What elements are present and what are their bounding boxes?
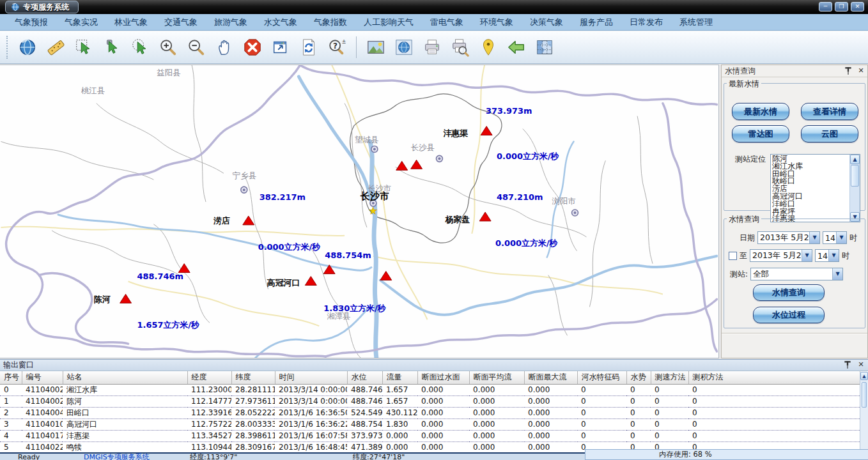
station-triangle-marker[interactable] xyxy=(305,277,316,286)
map-view[interactable]: 益阳县桃江县宁乡县望城县长沙县长沙市浏阳市湘潭县★涝店陈河高冠河口沣惠渠杨家盘长… xyxy=(0,65,719,358)
column-header[interactable]: 经度 xyxy=(187,371,231,384)
query-button[interactable]: 水情查询 xyxy=(753,284,825,301)
back-button[interactable] xyxy=(505,35,528,59)
table-row[interactable]: 241104004田峪口112.33916728.0522222013/1/6 … xyxy=(0,407,860,418)
image-button[interactable] xyxy=(364,35,387,59)
restore-button[interactable]: ❐ xyxy=(835,2,848,12)
station-triangle-marker[interactable] xyxy=(481,126,492,135)
station-list-scrollbar[interactable]: ▲ ▼ xyxy=(849,155,860,222)
menu-item[interactable]: 雷电气象 xyxy=(422,14,472,31)
column-header[interactable]: 纬度 xyxy=(231,371,275,384)
station-triangle-marker[interactable] xyxy=(411,160,422,169)
column-header[interactable]: 流量 xyxy=(382,371,417,384)
menu-bar: 气象预报气象实况林业气象交通气象旅游气象水文气象气象指数人工影响天气雷电气象环境… xyxy=(0,14,868,31)
output-scroll-up-icon[interactable]: ▲ xyxy=(860,372,868,380)
menu-item[interactable]: 气象指数 xyxy=(306,14,355,31)
menu-item[interactable]: 人工影响天气 xyxy=(355,14,422,31)
table-row[interactable]: 441104017沣惠渠113.34527828.3986112013/1/6 … xyxy=(0,430,860,441)
menu-item[interactable]: 林业气象 xyxy=(106,14,156,31)
column-header[interactable]: 序号 xyxy=(0,371,22,384)
menu-item[interactable]: 决策气象 xyxy=(522,14,571,31)
pin-icon[interactable] xyxy=(844,66,853,75)
select-arrow-button[interactable] xyxy=(100,35,123,59)
select-circle-button[interactable] xyxy=(128,35,151,59)
station-combo[interactable]: 全部 ▼ xyxy=(750,268,843,280)
print-preview-button[interactable] xyxy=(449,35,472,59)
column-header[interactable]: 水位 xyxy=(347,371,382,384)
column-header[interactable]: 测速方法 xyxy=(651,371,688,384)
station-triangle-marker[interactable] xyxy=(120,294,132,303)
date2-dropdown-icon[interactable]: ▼ xyxy=(802,250,812,261)
table-row[interactable]: 041104002湘江水库111.23000028.2811112013/3/1… xyxy=(0,384,860,395)
hour2-dropdown-icon[interactable]: ▼ xyxy=(828,250,839,261)
export-window-button[interactable] xyxy=(269,35,292,59)
pan-button[interactable] xyxy=(213,35,236,59)
menu-item[interactable]: 气象实况 xyxy=(56,14,106,31)
station-triangle-marker[interactable] xyxy=(380,272,392,280)
hour2-combo[interactable]: 14 ▼ xyxy=(815,249,839,262)
measure-button[interactable] xyxy=(44,35,67,59)
column-header[interactable]: 时间 xyxy=(275,371,347,384)
globe-image-button[interactable] xyxy=(392,35,415,59)
hour-combo[interactable]: 14 ▼ xyxy=(823,231,847,244)
column-header[interactable]: 河水特征码 xyxy=(577,371,626,384)
help-zoom-button[interactable]: ? ± xyxy=(325,35,348,59)
output-pin-icon[interactable] xyxy=(843,360,852,369)
print-button[interactable] xyxy=(421,35,444,59)
menu-item[interactable]: 旅游气象 xyxy=(206,14,256,31)
column-header[interactable]: 断面最大流 xyxy=(524,371,577,384)
column-header[interactable]: 站名 xyxy=(63,371,187,384)
menu-item[interactable]: 水文气象 xyxy=(256,14,306,31)
station-triangle-marker[interactable] xyxy=(479,212,491,221)
scroll-thumb[interactable] xyxy=(851,165,859,187)
output-scrollbar[interactable]: ▲ xyxy=(860,372,868,452)
latest-water-button[interactable]: 最新水情 xyxy=(732,103,789,120)
panel-close-icon[interactable]: ✕ xyxy=(856,66,865,75)
date2-combo[interactable]: 2013年 5月20日 ▼ xyxy=(750,249,812,262)
column-header[interactable]: 编号 xyxy=(22,371,63,384)
menu-item[interactable]: 服务产品 xyxy=(571,14,621,31)
date-dropdown-icon[interactable]: ▼ xyxy=(809,232,819,243)
station-triangle-marker[interactable] xyxy=(243,216,254,225)
menu-item[interactable]: 系统管理 xyxy=(671,14,721,31)
minimize-button[interactable]: ─ xyxy=(819,2,832,12)
latest-water-button[interactable]: 雷达图 xyxy=(732,125,789,142)
column-header[interactable]: 断面平均流 xyxy=(469,371,524,384)
zoom-in-button[interactable] xyxy=(157,35,180,59)
query-button[interactable]: 水位过程 xyxy=(753,307,825,323)
latest-water-button[interactable]: 查看详情 xyxy=(801,103,858,120)
select-region-button[interactable] xyxy=(72,35,95,59)
station-listbox[interactable]: 陈河湘江水库田峪口耿峪口涝店高冠河口沣峪口冉家坪沣惠渠 ▲ ▼ xyxy=(770,154,860,222)
city-marker-dot xyxy=(438,157,440,160)
grid-map-button[interactable] xyxy=(533,35,556,59)
scroll-up-icon[interactable]: ▲ xyxy=(850,155,860,164)
table-row[interactable]: 341104010高冠河口112.75722228.0033332013/1/6… xyxy=(0,418,860,430)
globe-button[interactable] xyxy=(16,35,39,59)
hour-dropdown-icon[interactable]: ▼ xyxy=(836,232,846,243)
menu-item[interactable]: 环境气象 xyxy=(472,14,522,31)
column-header[interactable]: 水势 xyxy=(626,371,651,384)
output-table[interactable]: 序号编号站名经度纬度时间水位流量断面过水面断面平均流断面最大流河水特征码水势测速… xyxy=(0,371,860,460)
menu-item[interactable]: 气象预报 xyxy=(6,14,56,31)
menu-item[interactable]: 交通气象 xyxy=(156,14,206,31)
location-pin-button[interactable] xyxy=(477,35,500,59)
date-value: 2013年 5月20日 xyxy=(758,233,809,243)
column-header[interactable]: 测积方法 xyxy=(688,371,860,384)
table-row[interactable]: 141104002陈河112.14777827.9736112013/3/14 … xyxy=(0,395,860,407)
to-checkbox[interactable] xyxy=(729,252,737,260)
latest-water-button[interactable]: 云图 xyxy=(801,125,858,142)
refresh-button[interactable] xyxy=(297,35,320,59)
date-combo[interactable]: 2013年 5月20日 ▼ xyxy=(757,231,820,244)
close-button[interactable]: ✕ xyxy=(851,2,864,12)
column-header[interactable]: 断面过水面 xyxy=(417,371,469,384)
stop-button[interactable] xyxy=(241,35,264,59)
panel-title: 水情查询 xyxy=(725,66,756,75)
station-triangle-marker[interactable] xyxy=(396,161,408,170)
zoom-out-button[interactable] xyxy=(185,35,208,59)
select-circle-cursor-icon xyxy=(130,38,150,57)
output-close-icon[interactable]: ✕ xyxy=(856,360,865,369)
station-dropdown-icon[interactable]: ▼ xyxy=(832,268,842,280)
city-marker-dot xyxy=(372,202,375,204)
menu-item[interactable]: 日常发布 xyxy=(621,14,671,31)
output-scroll-thumb[interactable] xyxy=(862,382,867,408)
